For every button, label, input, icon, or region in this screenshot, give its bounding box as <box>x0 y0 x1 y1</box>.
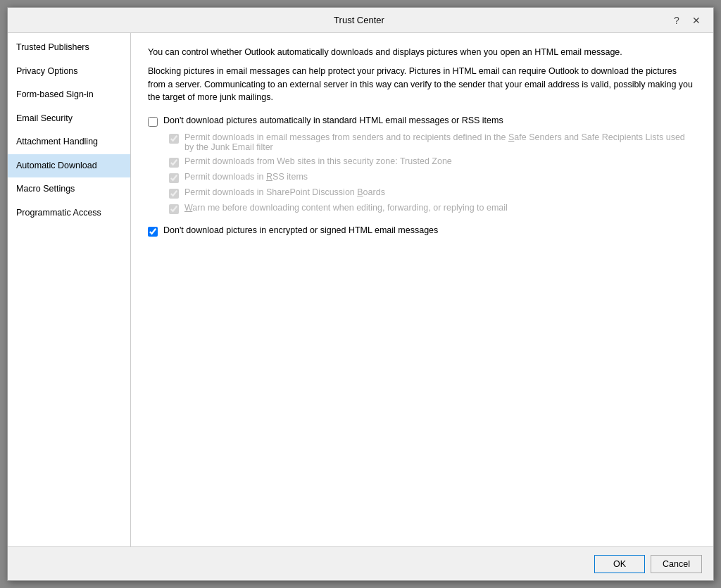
intro-paragraph-1: You can control whether Outlook automati… <box>148 46 696 59</box>
dialog-footer: OK Cancel <box>8 546 713 580</box>
encrypted-option-text: Don't download pictures in encrypted or … <box>163 225 438 235</box>
options-section: Don't download pictures automatically in… <box>148 115 696 237</box>
sub-option-label-2: Permit downloads from Web sites in this … <box>184 156 452 166</box>
ok-button[interactable]: OK <box>594 555 645 573</box>
sub-option-label-4: Permit downloads in SharePoint Discussio… <box>184 187 385 197</box>
dialog-title: Trust Center <box>50 15 668 25</box>
cancel-button[interactable]: Cancel <box>651 555 702 573</box>
sidebar-item-privacy-options[interactable]: Privacy Options <box>8 60 130 84</box>
intro-text: You can control whether Outlook automati… <box>148 46 696 104</box>
intro-paragraph-2: Blocking pictures in email messages can … <box>148 65 696 104</box>
sidebar-item-form-based-sign-in[interactable]: Form-based Sign-in <box>8 83 130 107</box>
trust-center-dialog: Trust Center ? ✕ Trusted Publishers Priv… <box>7 7 714 581</box>
sidebar: Trusted Publishers Privacy Options Form-… <box>8 33 131 546</box>
sub-option-checkbox-4[interactable] <box>169 189 179 199</box>
sub-option-checkbox-1[interactable] <box>169 134 179 144</box>
close-button[interactable]: ✕ <box>688 12 705 29</box>
sub-option-label-1: Permit downloads in email messages from … <box>184 132 696 152</box>
main-option-row: Don't download pictures automatically in… <box>148 115 696 127</box>
sub-option-row-4: Permit downloads in SharePoint Discussio… <box>169 187 696 199</box>
title-bar: Trust Center ? ✕ <box>8 8 713 33</box>
sub-option-row-2: Permit downloads from Web sites in this … <box>169 156 696 168</box>
sub-option-row-5: Warn me before downloading content when … <box>169 203 696 214</box>
sidebar-item-automatic-download[interactable]: Automatic Download <box>8 154 130 178</box>
sub-option-label-3: Permit downloads in RSS items <box>184 172 308 182</box>
sub-option-checkbox-5[interactable] <box>169 204 179 214</box>
sidebar-item-programmatic-access[interactable]: Programmatic Access <box>8 201 130 225</box>
encrypted-option-row: Don't download pictures in encrypted or … <box>148 225 696 237</box>
main-content: You can control whether Outlook automati… <box>131 33 713 546</box>
sub-option-row-1: Permit downloads in email messages from … <box>169 132 696 152</box>
title-bar-controls: ? ✕ <box>668 12 705 29</box>
sub-options: Permit downloads in email messages from … <box>169 132 696 214</box>
main-option-label[interactable]: Don't download pictures automatically in… <box>163 115 503 125</box>
help-button[interactable]: ? <box>668 12 685 29</box>
sidebar-item-email-security[interactable]: Email Security <box>8 107 130 131</box>
content-area: Trusted Publishers Privacy Options Form-… <box>8 33 713 546</box>
sidebar-item-attachment-handling[interactable]: Attachment Handling <box>8 130 130 154</box>
sub-option-row-3: Permit downloads in RSS items <box>169 172 696 183</box>
sidebar-item-macro-settings[interactable]: Macro Settings <box>8 177 130 201</box>
main-option-text: Don't download pictures automatically in… <box>163 115 503 125</box>
encrypted-option-checkbox[interactable] <box>148 227 158 237</box>
sub-option-label-5: Warn me before downloading content when … <box>184 203 508 213</box>
main-option-checkbox[interactable] <box>148 117 158 127</box>
sub-option-checkbox-2[interactable] <box>169 158 179 168</box>
sub-option-checkbox-3[interactable] <box>169 173 179 183</box>
encrypted-option-label[interactable]: Don't download pictures in encrypted or … <box>163 225 438 235</box>
sidebar-item-trusted-publishers[interactable]: Trusted Publishers <box>8 36 130 60</box>
